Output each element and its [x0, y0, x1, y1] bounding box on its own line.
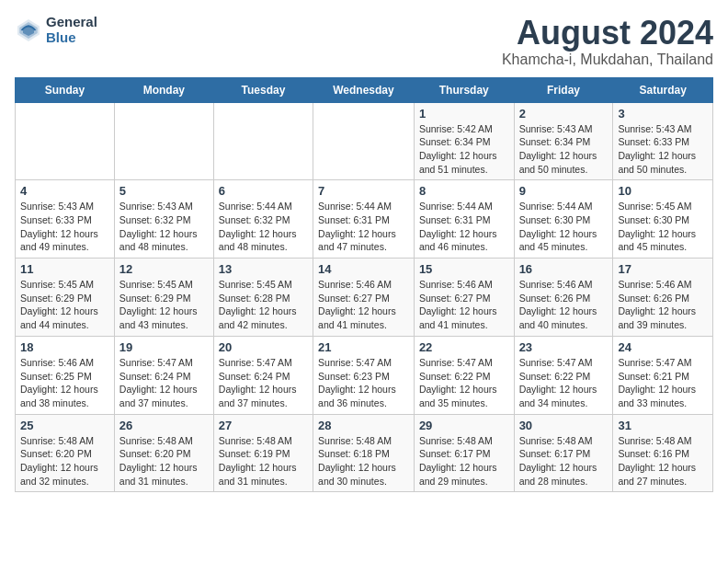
day-detail: Sunrise: 5:44 AM Sunset: 6:31 PM Dayligh… [318, 200, 409, 254]
day-detail: Sunrise: 5:48 AM Sunset: 6:17 PM Dayligh… [519, 434, 609, 488]
calendar-body: 1Sunrise: 5:42 AM Sunset: 6:34 PM Daylig… [16, 102, 713, 492]
day-number: 22 [419, 340, 509, 354]
calendar-cell: 6Sunrise: 5:44 AM Sunset: 6:32 PM Daylig… [213, 180, 313, 259]
calendar-cell [213, 102, 313, 180]
calendar-cell: 19Sunrise: 5:47 AM Sunset: 6:24 PM Dayli… [114, 336, 213, 414]
day-number: 24 [618, 340, 708, 354]
logo-general-text: General [46, 15, 97, 30]
day-detail: Sunrise: 5:46 AM Sunset: 6:27 PM Dayligh… [318, 278, 409, 332]
day-detail: Sunrise: 5:43 AM Sunset: 6:34 PM Dayligh… [519, 122, 609, 177]
calendar-cell: 20Sunrise: 5:47 AM Sunset: 6:24 PM Dayli… [213, 336, 313, 414]
calendar-cell: 18Sunrise: 5:46 AM Sunset: 6:25 PM Dayli… [16, 336, 115, 414]
day-number: 3 [618, 107, 708, 121]
day-detail: Sunrise: 5:46 AM Sunset: 6:26 PM Dayligh… [618, 278, 708, 332]
calendar-cell: 21Sunrise: 5:47 AM Sunset: 6:23 PM Dayli… [313, 336, 415, 414]
calendar-cell: 23Sunrise: 5:47 AM Sunset: 6:22 PM Dayli… [514, 336, 613, 414]
day-detail: Sunrise: 5:44 AM Sunset: 6:32 PM Dayligh… [219, 200, 308, 254]
logo: General Blue [15, 15, 97, 45]
page-title: August 2024 [502, 15, 713, 52]
calendar-week-3: 11Sunrise: 5:45 AM Sunset: 6:29 PM Dayli… [16, 259, 713, 337]
calendar-cell: 16Sunrise: 5:46 AM Sunset: 6:26 PM Dayli… [514, 259, 613, 337]
day-number: 17 [618, 262, 708, 276]
day-detail: Sunrise: 5:48 AM Sunset: 6:17 PM Dayligh… [419, 434, 509, 488]
day-detail: Sunrise: 5:46 AM Sunset: 6:26 PM Dayligh… [519, 278, 609, 332]
day-number: 23 [519, 340, 609, 354]
calendar-cell: 31Sunrise: 5:48 AM Sunset: 6:16 PM Dayli… [613, 414, 713, 492]
logo-icon [15, 17, 42, 44]
day-detail: Sunrise: 5:47 AM Sunset: 6:24 PM Dayligh… [219, 356, 308, 410]
day-number: 12 [119, 262, 209, 276]
calendar-cell: 25Sunrise: 5:48 AM Sunset: 6:20 PM Dayli… [16, 414, 115, 492]
calendar-cell: 5Sunrise: 5:43 AM Sunset: 6:32 PM Daylig… [114, 180, 213, 259]
day-number: 14 [318, 262, 409, 276]
day-detail: Sunrise: 5:48 AM Sunset: 6:20 PM Dayligh… [20, 434, 109, 488]
day-number: 20 [219, 340, 308, 354]
calendar-cell: 10Sunrise: 5:45 AM Sunset: 6:30 PM Dayli… [613, 180, 713, 259]
day-detail: Sunrise: 5:44 AM Sunset: 6:30 PM Dayligh… [519, 200, 609, 254]
day-detail: Sunrise: 5:45 AM Sunset: 6:29 PM Dayligh… [20, 278, 109, 332]
weekday-header-row: SundayMondayTuesdayWednesdayThursdayFrid… [16, 77, 713, 102]
calendar-cell: 22Sunrise: 5:47 AM Sunset: 6:22 PM Dayli… [414, 336, 514, 414]
day-detail: Sunrise: 5:47 AM Sunset: 6:24 PM Dayligh… [119, 356, 209, 410]
day-detail: Sunrise: 5:47 AM Sunset: 6:21 PM Dayligh… [618, 356, 708, 410]
day-number: 10 [618, 184, 708, 198]
calendar-cell: 28Sunrise: 5:48 AM Sunset: 6:18 PM Dayli… [313, 414, 415, 492]
day-number: 21 [318, 340, 409, 354]
day-number: 15 [419, 262, 509, 276]
logo-blue-text: Blue [46, 30, 97, 46]
day-number: 25 [20, 419, 109, 432]
page-subtitle: Khamcha-i, Mukdahan, Thailand [502, 52, 713, 68]
calendar-cell: 15Sunrise: 5:46 AM Sunset: 6:27 PM Dayli… [414, 259, 514, 337]
day-number: 29 [419, 419, 509, 432]
day-number: 27 [219, 419, 308, 432]
day-number: 1 [419, 107, 509, 121]
day-detail: Sunrise: 5:43 AM Sunset: 6:33 PM Dayligh… [618, 122, 708, 177]
calendar-cell: 13Sunrise: 5:45 AM Sunset: 6:28 PM Dayli… [213, 259, 313, 337]
calendar-week-5: 25Sunrise: 5:48 AM Sunset: 6:20 PM Dayli… [16, 414, 713, 492]
day-detail: Sunrise: 5:46 AM Sunset: 6:25 PM Dayligh… [20, 356, 109, 410]
day-number: 13 [219, 262, 308, 276]
day-number: 5 [119, 184, 209, 198]
day-detail: Sunrise: 5:48 AM Sunset: 6:20 PM Dayligh… [119, 434, 209, 488]
day-number: 26 [119, 419, 209, 432]
day-number: 30 [519, 419, 609, 432]
calendar-cell: 30Sunrise: 5:48 AM Sunset: 6:17 PM Dayli… [514, 414, 613, 492]
day-number: 11 [20, 262, 109, 276]
calendar-week-4: 18Sunrise: 5:46 AM Sunset: 6:25 PM Dayli… [16, 336, 713, 414]
title-block: August 2024 Khamcha-i, Mukdahan, Thailan… [502, 15, 713, 68]
day-detail: Sunrise: 5:43 AM Sunset: 6:33 PM Dayligh… [20, 200, 109, 254]
calendar-cell: 1Sunrise: 5:42 AM Sunset: 6:34 PM Daylig… [414, 102, 514, 180]
weekday-header-friday: Friday [514, 77, 613, 102]
day-number: 6 [219, 184, 308, 198]
day-number: 28 [318, 419, 409, 432]
day-number: 8 [419, 184, 509, 198]
day-detail: Sunrise: 5:47 AM Sunset: 6:22 PM Dayligh… [519, 356, 609, 410]
calendar-cell: 26Sunrise: 5:48 AM Sunset: 6:20 PM Dayli… [114, 414, 213, 492]
calendar-cell [16, 102, 115, 180]
calendar-cell: 7Sunrise: 5:44 AM Sunset: 6:31 PM Daylig… [313, 180, 415, 259]
calendar-cell: 4Sunrise: 5:43 AM Sunset: 6:33 PM Daylig… [16, 180, 115, 259]
day-number: 19 [119, 340, 209, 354]
day-detail: Sunrise: 5:44 AM Sunset: 6:31 PM Dayligh… [419, 200, 509, 254]
day-detail: Sunrise: 5:48 AM Sunset: 6:19 PM Dayligh… [219, 434, 308, 488]
calendar-week-1: 1Sunrise: 5:42 AM Sunset: 6:34 PM Daylig… [16, 102, 713, 180]
day-detail: Sunrise: 5:47 AM Sunset: 6:23 PM Dayligh… [318, 356, 409, 410]
calendar-cell: 24Sunrise: 5:47 AM Sunset: 6:21 PM Dayli… [613, 336, 713, 414]
weekday-header-thursday: Thursday [414, 77, 514, 102]
day-number: 4 [20, 184, 109, 198]
calendar-week-2: 4Sunrise: 5:43 AM Sunset: 6:33 PM Daylig… [16, 180, 713, 259]
day-detail: Sunrise: 5:48 AM Sunset: 6:16 PM Dayligh… [618, 434, 708, 488]
weekday-header-monday: Monday [114, 77, 213, 102]
day-detail: Sunrise: 5:47 AM Sunset: 6:22 PM Dayligh… [419, 356, 509, 410]
day-detail: Sunrise: 5:43 AM Sunset: 6:32 PM Dayligh… [119, 200, 209, 254]
calendar-cell: 12Sunrise: 5:45 AM Sunset: 6:29 PM Dayli… [114, 259, 213, 337]
weekday-header-sunday: Sunday [16, 77, 115, 102]
calendar-cell: 29Sunrise: 5:48 AM Sunset: 6:17 PM Dayli… [414, 414, 514, 492]
day-number: 2 [519, 107, 609, 121]
day-detail: Sunrise: 5:42 AM Sunset: 6:34 PM Dayligh… [419, 122, 509, 177]
calendar-header: SundayMondayTuesdayWednesdayThursdayFrid… [16, 77, 713, 102]
calendar-cell: 2Sunrise: 5:43 AM Sunset: 6:34 PM Daylig… [514, 102, 613, 180]
weekday-header-tuesday: Tuesday [213, 77, 313, 102]
calendar-cell [313, 102, 415, 180]
day-number: 7 [318, 184, 409, 198]
